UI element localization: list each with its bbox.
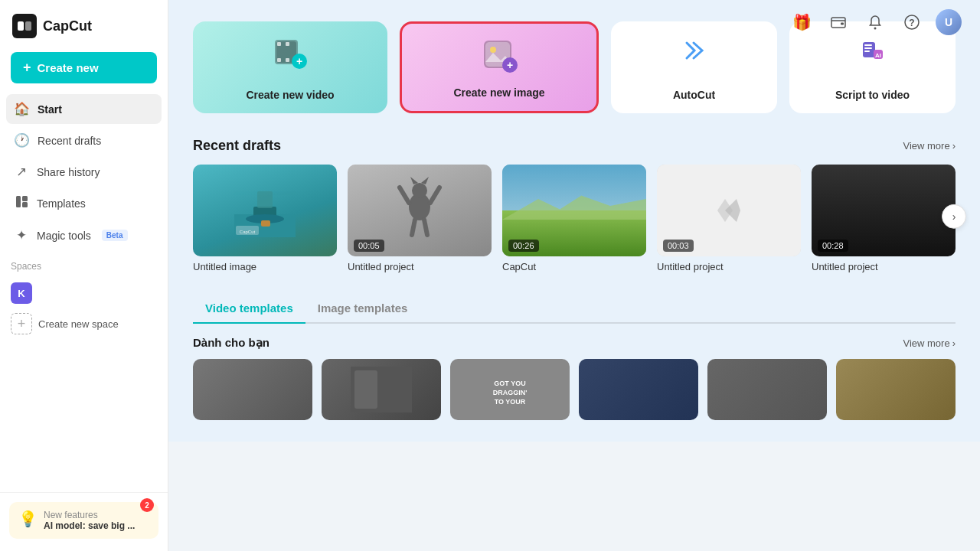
tab-video-templates[interactable]: Video templates	[193, 295, 305, 324]
template-item-2[interactable]	[322, 359, 441, 420]
sidebar-item-share[interactable]: ↗ Share history	[6, 157, 162, 187]
template-item-1[interactable]	[193, 359, 312, 420]
sidebar-footer: 💡 New features AI model: save big ... 2	[0, 492, 168, 551]
svg-rect-27	[864, 51, 870, 52]
svg-rect-6	[831, 18, 845, 28]
draft-name-2: Untitled project	[348, 261, 492, 272]
draft-thumb-4: 00:03	[657, 165, 801, 256]
magic-icon: ✦	[14, 227, 29, 243]
draft-name-1: Untitled image	[193, 261, 337, 272]
drafts-row: CapCut Untitled image	[193, 165, 956, 272]
beta-badge: Beta	[102, 230, 128, 241]
create-new-button[interactable]: + Create new	[11, 52, 157, 83]
svg-rect-14	[277, 58, 281, 62]
draft-name-3: CapCut	[502, 261, 646, 272]
user-avatar[interactable]: U	[936, 9, 962, 35]
svg-rect-7	[841, 23, 844, 25]
svg-text:AI: AI	[875, 52, 881, 59]
logo-text: CapCut	[43, 18, 92, 34]
nav-section: 🏠 Start 🕐 Recent drafts ↗ Share history …	[0, 94, 168, 250]
draft-item-3[interactable]: 00:26 CapCut	[502, 165, 646, 272]
template-icon	[14, 195, 29, 212]
svg-point-8	[874, 28, 877, 30]
tab-image-templates[interactable]: Image templates	[305, 295, 420, 324]
template-item-4[interactable]	[579, 359, 698, 420]
spaces-label: Spaces	[11, 261, 157, 272]
sidebar-item-templates[interactable]: Templates	[6, 188, 162, 219]
recent-drafts-title: Recent drafts	[193, 138, 281, 154]
nf-badge: 2	[140, 498, 154, 512]
nf-title: New features	[44, 510, 135, 520]
svg-rect-15	[286, 42, 289, 46]
gift-icon-button[interactable]: 🎁	[789, 9, 815, 35]
svg-rect-3	[16, 196, 21, 207]
svg-rect-0	[12, 14, 37, 38]
svg-line-40	[430, 187, 439, 203]
sidebar-item-start[interactable]: 🏠 Start	[6, 94, 162, 124]
svg-rect-2	[25, 21, 31, 31]
templates-subsection-header: Dành cho bạn View more ›	[193, 336, 956, 350]
draft-duration-3: 00:26	[508, 240, 539, 252]
drafts-next-button[interactable]: ›	[942, 204, 966, 228]
template-item-5[interactable]	[707, 359, 827, 420]
svg-point-38	[412, 183, 427, 198]
templates-view-more[interactable]: View more ›	[903, 337, 956, 349]
topbar: 🎁 ? U	[337, 0, 980, 44]
wallet-icon-button[interactable]	[825, 9, 851, 35]
svg-rect-4	[22, 196, 28, 201]
draft-thumb-1: CapCut	[193, 165, 337, 256]
capcut-logo-icon	[12, 14, 37, 38]
main-content: + Create new video	[168, 0, 980, 442]
svg-rect-1	[18, 21, 24, 31]
draft-item-1[interactable]: CapCut Untitled image	[193, 165, 337, 272]
svg-rect-13	[277, 42, 281, 46]
svg-rect-26	[864, 47, 872, 49]
lightbulb-icon: 💡	[18, 510, 38, 528]
recent-drafts-view-more[interactable]: View more ›	[903, 140, 956, 152]
share-icon: ↗	[14, 164, 29, 180]
draft-thumb-5: 00:28	[812, 165, 956, 256]
svg-line-41	[412, 220, 415, 235]
draft-item-2[interactable]: 00:05 Untitled project	[348, 165, 492, 272]
svg-text:?: ?	[909, 18, 914, 28]
template-item-6[interactable]	[836, 359, 956, 420]
create-video-label: Create new video	[246, 89, 334, 101]
svg-rect-16	[286, 58, 289, 62]
draft-thumb-3: 00:26	[502, 165, 646, 256]
script-to-video-label: Script to video	[835, 89, 910, 101]
template-row: GOT YOUDRAGGIN'TO YOUR	[193, 359, 956, 420]
draft-item-5[interactable]: 00:28 Untitled project	[812, 165, 956, 272]
logo-area: CapCut	[0, 0, 168, 47]
draft-duration-5: 00:28	[818, 240, 848, 252]
draft-duration-2: 00:05	[354, 240, 384, 252]
svg-rect-32	[257, 191, 273, 208]
svg-rect-34	[261, 220, 270, 227]
svg-text:+: +	[507, 59, 513, 71]
template-item-3[interactable]: GOT YOUDRAGGIN'TO YOUR	[450, 359, 570, 420]
bell-icon-button[interactable]	[862, 9, 888, 35]
draft-thumb-2: 00:05	[348, 165, 492, 256]
create-space-button[interactable]: + Create new space	[11, 308, 157, 334]
draft-name-4: Untitled project	[657, 261, 801, 272]
clock-icon: 🕐	[14, 132, 30, 148]
new-features-card[interactable]: 💡 New features AI model: save big ... 2	[9, 502, 158, 539]
space-avatar: K	[11, 282, 32, 304]
recent-drafts-header: Recent drafts View more ›	[193, 138, 956, 154]
svg-rect-25	[864, 44, 872, 46]
svg-line-42	[424, 220, 427, 235]
svg-rect-5	[22, 202, 28, 207]
svg-text:CapCut: CapCut	[240, 230, 256, 234]
svg-line-39	[400, 187, 409, 203]
create-video-icon-area: +	[270, 32, 310, 72]
spaces-section: Spaces K + Create new space	[0, 250, 168, 341]
space-item-k[interactable]: K	[11, 278, 157, 308]
sidebar-item-magic[interactable]: ✦ Magic tools Beta	[6, 220, 162, 250]
sidebar-item-recent[interactable]: 🕐 Recent drafts	[6, 126, 162, 155]
home-icon: 🏠	[14, 101, 30, 117]
draft-item-4[interactable]: 00:03 Untitled project	[657, 165, 801, 272]
draft-duration-4: 00:03	[663, 240, 694, 252]
svg-text:DRAGGIN': DRAGGIN'	[493, 389, 528, 396]
help-icon-button[interactable]: ?	[899, 9, 925, 35]
svg-marker-43	[410, 177, 418, 184]
draft-name-5: Untitled project	[812, 261, 956, 272]
